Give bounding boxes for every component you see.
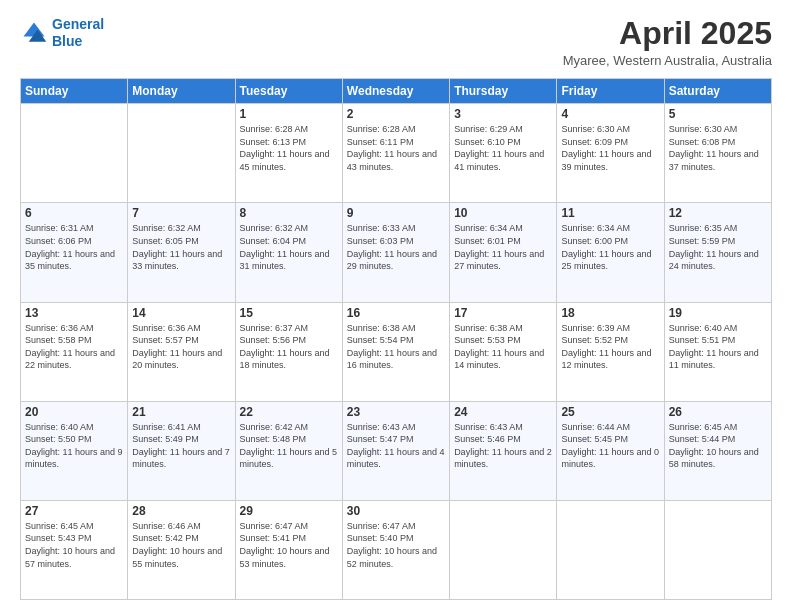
day-detail: Sunrise: 6:32 AMSunset: 6:04 PMDaylight:… xyxy=(240,222,338,272)
week-row-1: 6Sunrise: 6:31 AMSunset: 6:06 PMDaylight… xyxy=(21,203,772,302)
col-header-sunday: Sunday xyxy=(21,79,128,104)
calendar-cell: 18Sunrise: 6:39 AMSunset: 5:52 PMDayligh… xyxy=(557,302,664,401)
day-detail: Sunrise: 6:42 AMSunset: 5:48 PMDaylight:… xyxy=(240,421,338,471)
logo-icon xyxy=(20,19,48,47)
day-detail: Sunrise: 6:37 AMSunset: 5:56 PMDaylight:… xyxy=(240,322,338,372)
day-number: 16 xyxy=(347,306,445,320)
day-detail: Sunrise: 6:28 AMSunset: 6:11 PMDaylight:… xyxy=(347,123,445,173)
day-number: 14 xyxy=(132,306,230,320)
col-header-friday: Friday xyxy=(557,79,664,104)
day-number: 24 xyxy=(454,405,552,419)
day-detail: Sunrise: 6:38 AMSunset: 5:53 PMDaylight:… xyxy=(454,322,552,372)
calendar-cell xyxy=(557,500,664,599)
logo-line2: Blue xyxy=(52,33,82,49)
day-detail: Sunrise: 6:34 AMSunset: 6:01 PMDaylight:… xyxy=(454,222,552,272)
day-number: 25 xyxy=(561,405,659,419)
logo: General Blue xyxy=(20,16,104,50)
day-number: 22 xyxy=(240,405,338,419)
day-number: 13 xyxy=(25,306,123,320)
header: General Blue April 2025 Myaree, Western … xyxy=(20,16,772,68)
page: General Blue April 2025 Myaree, Western … xyxy=(0,0,792,612)
col-header-monday: Monday xyxy=(128,79,235,104)
calendar-cell: 3Sunrise: 6:29 AMSunset: 6:10 PMDaylight… xyxy=(450,104,557,203)
day-detail: Sunrise: 6:39 AMSunset: 5:52 PMDaylight:… xyxy=(561,322,659,372)
day-number: 2 xyxy=(347,107,445,121)
day-detail: Sunrise: 6:46 AMSunset: 5:42 PMDaylight:… xyxy=(132,520,230,570)
day-number: 12 xyxy=(669,206,767,220)
day-number: 28 xyxy=(132,504,230,518)
calendar-cell: 5Sunrise: 6:30 AMSunset: 6:08 PMDaylight… xyxy=(664,104,771,203)
day-detail: Sunrise: 6:45 AMSunset: 5:43 PMDaylight:… xyxy=(25,520,123,570)
calendar-cell: 23Sunrise: 6:43 AMSunset: 5:47 PMDayligh… xyxy=(342,401,449,500)
day-number: 19 xyxy=(669,306,767,320)
day-detail: Sunrise: 6:33 AMSunset: 6:03 PMDaylight:… xyxy=(347,222,445,272)
day-number: 20 xyxy=(25,405,123,419)
day-detail: Sunrise: 6:40 AMSunset: 5:51 PMDaylight:… xyxy=(669,322,767,372)
calendar-cell: 12Sunrise: 6:35 AMSunset: 5:59 PMDayligh… xyxy=(664,203,771,302)
day-number: 15 xyxy=(240,306,338,320)
day-detail: Sunrise: 6:30 AMSunset: 6:09 PMDaylight:… xyxy=(561,123,659,173)
main-title: April 2025 xyxy=(563,16,772,51)
calendar-cell: 8Sunrise: 6:32 AMSunset: 6:04 PMDaylight… xyxy=(235,203,342,302)
calendar-header-row: SundayMondayTuesdayWednesdayThursdayFrid… xyxy=(21,79,772,104)
calendar-cell: 30Sunrise: 6:47 AMSunset: 5:40 PMDayligh… xyxy=(342,500,449,599)
day-number: 11 xyxy=(561,206,659,220)
week-row-0: 1Sunrise: 6:28 AMSunset: 6:13 PMDaylight… xyxy=(21,104,772,203)
day-number: 4 xyxy=(561,107,659,121)
calendar-cell xyxy=(21,104,128,203)
calendar-cell: 4Sunrise: 6:30 AMSunset: 6:09 PMDaylight… xyxy=(557,104,664,203)
calendar-cell xyxy=(128,104,235,203)
calendar-cell: 28Sunrise: 6:46 AMSunset: 5:42 PMDayligh… xyxy=(128,500,235,599)
col-header-tuesday: Tuesday xyxy=(235,79,342,104)
calendar-cell xyxy=(664,500,771,599)
day-detail: Sunrise: 6:32 AMSunset: 6:05 PMDaylight:… xyxy=(132,222,230,272)
day-detail: Sunrise: 6:34 AMSunset: 6:00 PMDaylight:… xyxy=(561,222,659,272)
calendar-cell: 19Sunrise: 6:40 AMSunset: 5:51 PMDayligh… xyxy=(664,302,771,401)
day-detail: Sunrise: 6:47 AMSunset: 5:40 PMDaylight:… xyxy=(347,520,445,570)
calendar-table: SundayMondayTuesdayWednesdayThursdayFrid… xyxy=(20,78,772,600)
calendar-cell: 25Sunrise: 6:44 AMSunset: 5:45 PMDayligh… xyxy=(557,401,664,500)
calendar-cell: 1Sunrise: 6:28 AMSunset: 6:13 PMDaylight… xyxy=(235,104,342,203)
calendar-cell: 22Sunrise: 6:42 AMSunset: 5:48 PMDayligh… xyxy=(235,401,342,500)
calendar-cell: 15Sunrise: 6:37 AMSunset: 5:56 PMDayligh… xyxy=(235,302,342,401)
day-number: 7 xyxy=(132,206,230,220)
day-detail: Sunrise: 6:38 AMSunset: 5:54 PMDaylight:… xyxy=(347,322,445,372)
day-number: 30 xyxy=(347,504,445,518)
subtitle: Myaree, Western Australia, Australia xyxy=(563,53,772,68)
day-detail: Sunrise: 6:30 AMSunset: 6:08 PMDaylight:… xyxy=(669,123,767,173)
logo-line1: General xyxy=(52,16,104,32)
calendar-cell: 24Sunrise: 6:43 AMSunset: 5:46 PMDayligh… xyxy=(450,401,557,500)
logo-text: General Blue xyxy=(52,16,104,50)
week-row-3: 20Sunrise: 6:40 AMSunset: 5:50 PMDayligh… xyxy=(21,401,772,500)
calendar-cell: 10Sunrise: 6:34 AMSunset: 6:01 PMDayligh… xyxy=(450,203,557,302)
calendar-cell: 21Sunrise: 6:41 AMSunset: 5:49 PMDayligh… xyxy=(128,401,235,500)
week-row-2: 13Sunrise: 6:36 AMSunset: 5:58 PMDayligh… xyxy=(21,302,772,401)
day-number: 9 xyxy=(347,206,445,220)
day-detail: Sunrise: 6:44 AMSunset: 5:45 PMDaylight:… xyxy=(561,421,659,471)
day-number: 29 xyxy=(240,504,338,518)
calendar-cell: 7Sunrise: 6:32 AMSunset: 6:05 PMDaylight… xyxy=(128,203,235,302)
calendar-cell xyxy=(450,500,557,599)
calendar-cell: 11Sunrise: 6:34 AMSunset: 6:00 PMDayligh… xyxy=(557,203,664,302)
calendar-cell: 6Sunrise: 6:31 AMSunset: 6:06 PMDaylight… xyxy=(21,203,128,302)
calendar-cell: 9Sunrise: 6:33 AMSunset: 6:03 PMDaylight… xyxy=(342,203,449,302)
day-number: 8 xyxy=(240,206,338,220)
day-detail: Sunrise: 6:45 AMSunset: 5:44 PMDaylight:… xyxy=(669,421,767,471)
day-number: 6 xyxy=(25,206,123,220)
day-number: 3 xyxy=(454,107,552,121)
day-detail: Sunrise: 6:41 AMSunset: 5:49 PMDaylight:… xyxy=(132,421,230,471)
calendar-cell: 20Sunrise: 6:40 AMSunset: 5:50 PMDayligh… xyxy=(21,401,128,500)
calendar-cell: 26Sunrise: 6:45 AMSunset: 5:44 PMDayligh… xyxy=(664,401,771,500)
day-detail: Sunrise: 6:29 AMSunset: 6:10 PMDaylight:… xyxy=(454,123,552,173)
day-number: 23 xyxy=(347,405,445,419)
calendar-cell: 29Sunrise: 6:47 AMSunset: 5:41 PMDayligh… xyxy=(235,500,342,599)
day-detail: Sunrise: 6:31 AMSunset: 6:06 PMDaylight:… xyxy=(25,222,123,272)
calendar-cell: 13Sunrise: 6:36 AMSunset: 5:58 PMDayligh… xyxy=(21,302,128,401)
day-number: 1 xyxy=(240,107,338,121)
day-detail: Sunrise: 6:36 AMSunset: 5:58 PMDaylight:… xyxy=(25,322,123,372)
day-detail: Sunrise: 6:35 AMSunset: 5:59 PMDaylight:… xyxy=(669,222,767,272)
day-number: 17 xyxy=(454,306,552,320)
calendar-cell: 14Sunrise: 6:36 AMSunset: 5:57 PMDayligh… xyxy=(128,302,235,401)
day-number: 18 xyxy=(561,306,659,320)
calendar-cell: 17Sunrise: 6:38 AMSunset: 5:53 PMDayligh… xyxy=(450,302,557,401)
